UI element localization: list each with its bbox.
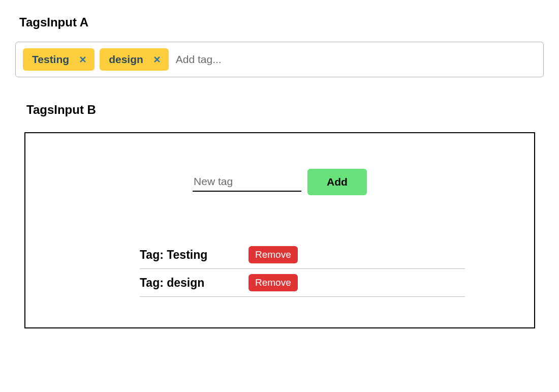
close-icon[interactable]: [78, 55, 87, 64]
tag-pill: Testing: [23, 48, 95, 71]
tag-label: design: [109, 53, 143, 66]
tags-input-a[interactable]: Testing design: [15, 42, 544, 77]
tag-row-text: Tag: Testing: [140, 248, 226, 262]
section-b-title: TagsInput B: [15, 103, 544, 117]
tags-input-b: Add Tag: Testing Remove Tag: design Remo…: [24, 132, 535, 328]
new-tag-row: Add: [25, 169, 534, 195]
remove-button[interactable]: Remove: [249, 246, 298, 263]
section-a-title: TagsInput A: [15, 15, 544, 29]
add-button[interactable]: Add: [307, 169, 367, 195]
tag-pill: design: [100, 48, 169, 71]
tag-row-text: Tag: design: [140, 276, 226, 290]
new-tag-input[interactable]: [193, 172, 301, 192]
tag-list: Tag: Testing Remove Tag: design Remove: [140, 241, 465, 297]
tag-input[interactable]: [174, 50, 536, 69]
tag-row: Tag: design Remove: [140, 269, 465, 297]
close-icon[interactable]: [152, 55, 162, 64]
tag-row: Tag: Testing Remove: [140, 241, 465, 269]
tag-label: Testing: [32, 53, 69, 66]
remove-button[interactable]: Remove: [249, 274, 298, 291]
